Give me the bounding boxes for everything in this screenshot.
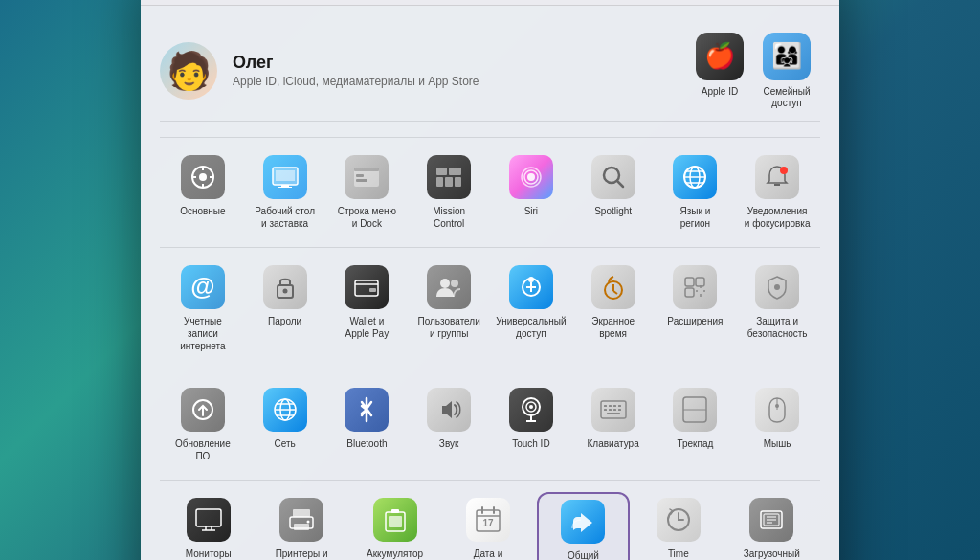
grid-item-touch[interactable]: Touch ID — [492, 382, 570, 468]
svg-rect-16 — [449, 168, 461, 175]
grid-item-menubar[interactable]: Строка менюи Dock — [328, 149, 407, 235]
printers-icon — [279, 498, 323, 542]
grid-row-1: Основные Рабочий столи заставка Строка м… — [160, 142, 820, 243]
apple-logo-glyph: 🍎 — [704, 41, 735, 71]
sound-label: Звук — [439, 437, 459, 450]
spotlight-icon — [591, 155, 635, 199]
svg-rect-62 — [609, 405, 612, 407]
grid-item-siri[interactable]: Siri — [492, 149, 570, 235]
grid-item-passwords[interactable]: Пароли — [246, 259, 324, 358]
users-label: Пользователии группы — [417, 315, 479, 340]
svg-rect-10 — [278, 187, 292, 188]
language-label: Язык ирегион — [680, 205, 711, 230]
grid-item-datetime[interactable]: 17 Дата ивремя — [443, 492, 532, 561]
svg-rect-66 — [609, 409, 612, 411]
grid-item-general[interactable]: Основные — [164, 149, 242, 235]
grid-item-users[interactable]: Пользователии группы — [410, 259, 488, 358]
wallet-label: Wallet иApple Pay — [345, 315, 390, 340]
grid-item-trackpad[interactable]: Трекпад — [657, 382, 735, 468]
monitors-icon — [187, 498, 231, 542]
grid-item-time-machine[interactable]: TimeMachine — [634, 492, 723, 561]
grid-item-desktop[interactable]: Рабочий столи заставка — [246, 149, 324, 235]
user-right-items: 🍎 Apple ID 👨‍👩‍👧 Семейный доступ — [696, 33, 811, 109]
notifications-icon — [755, 155, 799, 199]
printers-label: Принтеры исканеры — [276, 548, 328, 561]
keyboard-icon — [591, 388, 635, 432]
svg-rect-63 — [613, 405, 616, 407]
apple-id-label: Apple ID — [702, 86, 738, 98]
trackpad-icon — [673, 388, 717, 432]
startup-label: Загрузочныйдиск — [744, 548, 800, 561]
svg-rect-61 — [604, 405, 607, 407]
grid-item-security[interactable]: Защита ибезопасность — [738, 259, 816, 358]
battery-icon — [373, 498, 417, 542]
titlebar: ‹ › ⊞ Системные настройки 🔍 — [141, 0, 839, 6]
svg-rect-64 — [618, 405, 621, 407]
sharing-icon — [561, 500, 605, 544]
grid-row-3: ОбновлениеПО Сеть Bluetooth Звук — [160, 374, 820, 476]
mission-icon — [427, 155, 471, 199]
svg-rect-19 — [455, 177, 461, 187]
grid-item-extensions[interactable]: Расширения — [657, 259, 735, 358]
grid-item-software[interactable]: ОбновлениеПО — [164, 382, 242, 468]
grid-item-screen-time[interactable]: Экранноевремя — [574, 259, 653, 358]
grid-item-battery[interactable]: Аккумулятор — [350, 492, 439, 561]
svg-rect-65 — [604, 409, 607, 411]
grid-item-monitors[interactable]: Мониторы — [164, 492, 253, 561]
grid-item-network[interactable]: Сеть — [246, 382, 324, 468]
grid-item-bluetooth[interactable]: Bluetooth — [328, 382, 407, 468]
network-icon — [263, 388, 307, 432]
family-item[interactable]: 👨‍👩‍👧 Семейный доступ — [763, 33, 811, 109]
grid-item-wallet[interactable]: Wallet иApple Pay — [328, 259, 407, 358]
svg-rect-80 — [294, 524, 309, 530]
svg-rect-17 — [436, 177, 443, 187]
grid-item-universal[interactable]: Универсальныйдоступ — [492, 259, 570, 358]
spotlight-label: Spotlight — [594, 205, 632, 217]
svg-rect-83 — [391, 509, 399, 513]
grid-item-mission[interactable]: MissionControl — [410, 149, 488, 235]
software-label: ОбновлениеПО — [175, 437, 231, 462]
grid-item-sharing[interactable]: Общийдоступ — [537, 492, 630, 561]
datetime-icon: 17 — [466, 498, 510, 542]
svg-rect-45 — [685, 278, 694, 286]
grid-item-spotlight[interactable]: Spotlight — [574, 149, 653, 235]
menubar-icon — [345, 155, 389, 199]
apple-id-item[interactable]: 🍎 Apple ID — [696, 33, 744, 109]
svg-rect-74 — [196, 509, 221, 526]
monitors-label: Мониторы — [186, 548, 232, 560]
grid-item-printers[interactable]: Принтеры исканеры — [256, 492, 345, 561]
svg-rect-15 — [436, 168, 447, 175]
bluetooth-label: Bluetooth — [346, 437, 387, 450]
avatar[interactable]: 🧑 — [160, 42, 217, 100]
content-area: 🧑 Олег Apple ID, iCloud, медиаматериалы … — [141, 6, 839, 561]
svg-rect-47 — [685, 288, 694, 297]
grid-item-accounts[interactable]: @ Учетныезаписи интернета — [164, 259, 242, 358]
datetime-label: Дата ивремя — [474, 548, 503, 561]
trackpad-label: Трекпад — [677, 437, 713, 450]
svg-point-36 — [440, 279, 450, 288]
grid-item-mouse[interactable]: Мышь — [738, 382, 816, 468]
accounts-icon: @ — [181, 265, 225, 309]
grid-item-notifications[interactable]: Уведомленияи фокусировка — [738, 149, 816, 235]
universal-label: Универсальныйдоступ — [496, 315, 566, 340]
general-icon — [181, 155, 225, 199]
menubar-label: Строка менюи Dock — [338, 205, 396, 230]
software-icon — [181, 388, 225, 432]
divider-3 — [160, 370, 820, 370]
grid-item-language[interactable]: Язык ирегион — [657, 149, 735, 235]
users-icon — [427, 265, 471, 309]
user-name: Олег — [233, 53, 696, 73]
svg-rect-13 — [356, 174, 364, 177]
siri-icon — [509, 155, 553, 199]
startup-icon — [749, 498, 793, 542]
grid-row-4: Мониторы Принтеры исканеры Аккумулятор 1… — [160, 484, 820, 561]
svg-rect-12 — [354, 168, 379, 171]
keyboard-label: Клавиатура — [588, 437, 639, 450]
grid-item-startup[interactable]: Загрузочныйдиск — [727, 492, 816, 561]
universal-icon — [509, 265, 553, 309]
svg-rect-69 — [607, 413, 620, 414]
mouse-label: Мышь — [764, 437, 791, 450]
grid-item-sound[interactable]: Звук — [410, 382, 488, 468]
security-label: Защита ибезопасность — [747, 315, 808, 340]
grid-item-keyboard[interactable]: Клавиатура — [574, 382, 653, 468]
